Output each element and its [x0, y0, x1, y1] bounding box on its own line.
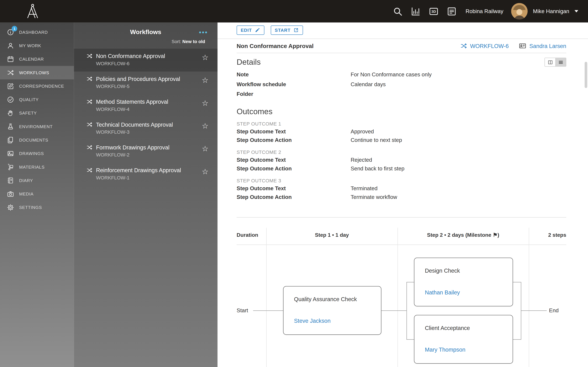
connector-line [513, 339, 521, 340]
sidebar-item-environment[interactable]: ENVIRONMENT [0, 120, 74, 133]
assignee-link[interactable]: Mary Thompson [425, 346, 502, 353]
shuffle-icon [7, 69, 14, 76]
grid-view-button[interactable] [545, 58, 555, 66]
list-view-button[interactable] [555, 58, 566, 66]
owner-link[interactable]: Sandra Larsen [529, 43, 566, 49]
info-circle-icon: 1 [7, 28, 14, 36]
star-icon[interactable]: ☆ [202, 168, 208, 175]
duration-column-header: Duration [237, 232, 258, 238]
feed-icon[interactable] [446, 6, 457, 17]
sidebar-item-quality[interactable]: QUALITY [0, 93, 74, 106]
sidebar-item-calendar[interactable]: CALENDAR [0, 52, 74, 66]
workflow-step-node[interactable]: Quality Assurance Check Steve Jackson [283, 286, 381, 335]
sidebar-item-settings[interactable]: SETTINGS [0, 201, 74, 214]
workflow-list-item[interactable]: Reinforcement Drawings Approval WORKFLOW… [74, 163, 217, 186]
step1-column-header: Step 1 • 1 day [266, 232, 398, 238]
scrollbar-thumb[interactable] [585, 62, 587, 88]
dashboard-badge: 1 [12, 26, 17, 32]
connector-line [521, 310, 547, 311]
shuffle-icon [86, 121, 93, 128]
flask-icon [7, 123, 14, 130]
shuffle-icon [86, 144, 93, 150]
connector-line [406, 339, 414, 340]
search-icon[interactable] [392, 6, 403, 17]
sort-control[interactable]: Sort: New to old [172, 39, 205, 44]
outcome-section: STEP OUTCOME 3 Step Outcome TextTerminat… [237, 178, 566, 201]
sidebar-item-materials[interactable]: MATERIALS [0, 160, 74, 174]
column-separator [266, 228, 267, 367]
sidebar-item-workflows[interactable]: WORKFLOWS [0, 66, 74, 79]
project-name[interactable]: Robina Railway [466, 8, 503, 14]
connector-line [253, 310, 283, 311]
user-avatar [511, 3, 528, 19]
documents-icon [7, 136, 14, 144]
svg-text:3D: 3D [431, 9, 436, 13]
sidebar-item-safety[interactable]: SAFETY [0, 106, 74, 120]
contact-card-icon [519, 42, 526, 50]
launch-icon [293, 27, 299, 33]
workflow-step-node[interactable]: Client Acceptance Mary Thompson [414, 315, 513, 364]
compose-icon [7, 83, 14, 90]
more-options-icon[interactable] [199, 32, 207, 33]
chevron-down-icon [575, 10, 578, 12]
sidebar-item-diary[interactable]: DIARY [0, 174, 74, 187]
check-circle-icon [7, 96, 14, 103]
details-heading: Details [237, 58, 261, 67]
divider [237, 53, 566, 53]
connector-line [406, 282, 407, 340]
workflow-list-item[interactable]: Non Conformance Approval WORKFLOW-6 ☆ [74, 49, 217, 71]
app-root: 3D Robina Railway [0, 0, 588, 367]
diagram-start-label: Start [237, 308, 248, 314]
sidebar-item-my-work[interactable]: MY WORK [0, 39, 74, 52]
outcomes-heading: Outcomes [237, 107, 566, 116]
sidebar: 1 DASHBOARD MY WORK CALENDAR WORKFLOWS [0, 22, 74, 367]
shuffle-icon [86, 76, 93, 82]
workflow-step-node[interactable]: Design Check Nathan Bailey [414, 258, 513, 306]
hand-truck-icon [7, 163, 14, 171]
top-bar: 3D Robina Railway [0, 0, 588, 22]
detail-row: Workflow schedule Calendar days [237, 79, 566, 89]
3d-model-icon[interactable]: 3D [428, 6, 439, 17]
sidebar-item-media[interactable]: MEDIA [0, 187, 74, 201]
sidebar-item-correspondence[interactable]: CORRESPONDENCE [0, 79, 74, 93]
workflow-list-item[interactable]: Formwork Drawings Approval WORKFLOW-2 ☆ [74, 140, 217, 163]
outcome-section: STEP OUTCOME 2 Step Outcome TextRejected… [237, 150, 566, 173]
sidebar-item-documents[interactable]: DOCUMENTS [0, 133, 74, 147]
step2-column-header: Step 2 • 2 days (Milestone ⚑) [398, 232, 529, 238]
page-title: Non Conformance Approval [237, 42, 313, 49]
connector-line [513, 282, 521, 282]
workflow-list-panel: Workflows Sort: New to old Non Conforman… [74, 22, 217, 367]
bar-chart-icon[interactable] [410, 6, 421, 17]
edit-button[interactable]: EDIT [237, 25, 264, 35]
star-icon[interactable]: ☆ [202, 145, 208, 152]
workflow-ref-link[interactable]: WORKFLOW-6 [470, 43, 509, 49]
workflow-list-item[interactable]: Method Statements Approval WORKFLOW-4 ☆ [74, 94, 217, 117]
shuffle-icon [86, 99, 93, 105]
app-logo-icon[interactable] [23, 2, 42, 20]
image-icon [7, 150, 14, 157]
star-icon[interactable]: ☆ [202, 122, 208, 130]
workflow-list-item[interactable]: Policies and Procedures Approval WORKFLO… [74, 72, 217, 94]
sidebar-item-drawings[interactable]: DRAWINGS [0, 147, 74, 160]
star-icon[interactable]: ☆ [202, 54, 208, 61]
shuffle-icon [86, 53, 93, 59]
hand-icon [7, 109, 14, 117]
camera-icon [7, 190, 14, 198]
divider [237, 245, 566, 245]
assignee-link[interactable]: Steve Jackson [294, 317, 371, 324]
view-toggle [545, 58, 566, 67]
sidebar-item-dashboard[interactable]: 1 DASHBOARD [0, 25, 74, 39]
steps-count-header: 2 steps [529, 232, 566, 238]
assignee-link[interactable]: Nathan Bailey [425, 289, 502, 296]
connector-line [406, 282, 414, 282]
start-button[interactable]: START [271, 25, 303, 35]
detail-header: Non Conformance Approval WORKFLOW-6 Sand… [237, 39, 566, 53]
gear-icon [7, 204, 14, 211]
workflow-list-item[interactable]: Technical Documents Approval WORKFLOW-3 … [74, 117, 217, 140]
column-separator [398, 228, 398, 367]
user-menu[interactable]: Mike Hannigan [511, 3, 578, 19]
star-icon[interactable]: ☆ [202, 99, 208, 107]
shuffle-icon [86, 167, 93, 173]
user-name: Mike Hannigan [533, 8, 569, 14]
star-icon[interactable]: ☆ [202, 76, 208, 84]
